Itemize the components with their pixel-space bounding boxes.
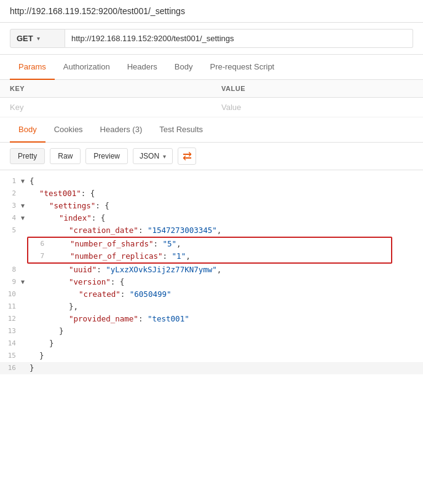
- code-area: 1 ▼ { 2 "test001": { 3 ▼ "settings": { 4…: [0, 170, 423, 379]
- raw-button[interactable]: Raw: [50, 148, 81, 164]
- tab-pre-request-script[interactable]: Pre-request Script: [201, 55, 283, 80]
- json-format-select[interactable]: JSON ▾: [133, 148, 173, 164]
- pretty-button[interactable]: Pretty: [10, 148, 45, 164]
- tab-headers[interactable]: Headers: [119, 55, 166, 80]
- url-bar: http://192.168.119.152:9200/test001/_set…: [0, 0, 423, 23]
- code-line-7: 7 "number_of_replicas": "1",: [28, 250, 391, 262]
- params-header: KEY VALUE: [0, 80, 423, 98]
- code-line-16: 16 }: [0, 362, 423, 374]
- code-line-11: 11 },: [0, 301, 423, 313]
- code-line-4: 4 ▼ "index": {: [0, 212, 423, 224]
- code-line-6: 6 "number_of_shards": "5",: [28, 238, 391, 250]
- tab-body[interactable]: Body: [166, 55, 202, 80]
- code-line-13: 13 }: [0, 325, 423, 337]
- code-line-10: 10 "created": "6050499": [0, 288, 423, 301]
- value-header: VALUE: [212, 80, 423, 97]
- preview-button[interactable]: Preview: [85, 148, 128, 164]
- chevron-down-icon: ▾: [37, 35, 40, 42]
- key-header: KEY: [0, 80, 212, 97]
- response-tabs-bar: Body Cookies Headers (3) Test Results: [0, 117, 423, 143]
- response-toolbar: Pretty Raw Preview JSON ▾ ⇄: [0, 143, 423, 170]
- code-line-1: 1 ▼ {: [0, 175, 423, 187]
- tab-response-headers[interactable]: Headers (3): [92, 117, 151, 143]
- params-row: Key Value: [0, 98, 423, 117]
- code-line-9: 9 ▼ "version": {: [0, 276, 423, 288]
- code-line-12: 12 "provided_name": "test001": [0, 313, 423, 325]
- chevron-down-icon: ▾: [163, 153, 166, 160]
- request-bar: GET ▾: [0, 23, 423, 55]
- tab-test-results[interactable]: Test Results: [151, 117, 212, 143]
- wrap-icon: ⇄: [183, 149, 192, 163]
- highlight-box: 6 "number_of_shards": "5", 7 "number_of_…: [27, 237, 392, 264]
- wrap-button[interactable]: ⇄: [178, 148, 196, 165]
- code-line-3: 3 ▼ "settings": {: [0, 200, 423, 212]
- tab-params[interactable]: Params: [10, 55, 55, 80]
- code-line-14: 14 }: [0, 337, 423, 350]
- request-tabs-bar: Params Authorization Headers Body Pre-re…: [0, 55, 423, 80]
- code-line-15: 15 }: [0, 350, 423, 362]
- method-label: GET: [17, 34, 33, 43]
- code-line-5: 5 "creation_date": "1547273003345",: [0, 224, 423, 237]
- json-label: JSON: [140, 152, 159, 160]
- tab-authorization[interactable]: Authorization: [55, 55, 119, 80]
- url-bar-text: http://192.168.119.152:9200/test001/_set…: [10, 6, 185, 16]
- url-input[interactable]: [65, 29, 413, 48]
- key-cell[interactable]: Key: [0, 98, 212, 117]
- method-select[interactable]: GET ▾: [10, 29, 65, 48]
- tab-response-body[interactable]: Body: [10, 117, 45, 143]
- value-cell[interactable]: Value: [212, 98, 423, 117]
- code-line-8: 8 "uuid": "yLxzXOvkSJij2z77KN7ymw",: [0, 264, 423, 276]
- tab-cookies[interactable]: Cookies: [45, 117, 92, 143]
- code-line-2: 2 "test001": {: [0, 187, 423, 200]
